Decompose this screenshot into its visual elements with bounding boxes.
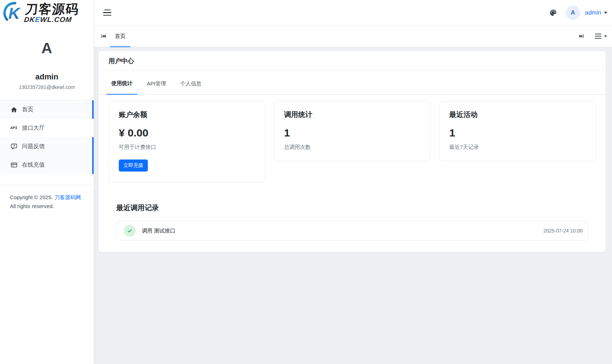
menu-lines-icon [595, 34, 601, 39]
api-icon: API [10, 124, 18, 132]
call-stats-card: 调用统计 1 总调用次数 [274, 101, 430, 161]
records-list: 调用 测试接口 2025-07-24 10:00 [116, 221, 588, 241]
user-menu[interactable]: admin [585, 9, 607, 16]
tab-personal-info[interactable]: 个人信息 [175, 73, 206, 94]
tabs-scroll-end-icon[interactable] [579, 33, 584, 39]
copyright-text: Copyright © 2025. [10, 194, 53, 200]
tabs-scroll-start-icon[interactable] [101, 33, 106, 39]
sidebar-profile: A admin 1302357281@dkewl.com [0, 40, 94, 90]
home-icon [10, 106, 18, 113]
copyright-brand-link[interactable]: 刀客源码网 [54, 194, 81, 200]
total-calls-value: 1 [284, 127, 420, 139]
sidebar-menu: 首页 API 接口大厅 ? 问题反馈 [0, 100, 94, 174]
brand-mark-icon: K [2, 1, 24, 24]
stats-row: 账户余额 ¥ 0.00 可用于计费接口 立即充值 调用统计 1 总调用次数 最近… [109, 101, 596, 183]
sidebar-item-recharge[interactable]: 在线充值 [0, 156, 94, 174]
chevron-down-icon [604, 12, 607, 14]
success-check-icon [124, 225, 136, 237]
stat-title: 最近活动 [449, 110, 585, 119]
sidebar-item-label: 首页 [22, 106, 33, 113]
user-menu-label: admin [585, 9, 601, 16]
stat-title: 账户余额 [119, 110, 255, 119]
sidebar-avatar: A [0, 40, 94, 57]
records-title: 最近调用记录 [116, 203, 588, 212]
theme-palette-icon[interactable] [549, 9, 557, 17]
sidebar-email: 1302357281@dkewl.com [0, 84, 94, 90]
recent-activity-card: 最近活动 1 最近7天记录 [439, 101, 596, 161]
balance-card: 账户余额 ¥ 0.00 可用于计费接口 立即充值 [109, 101, 265, 183]
record-row: 调用 测试接口 2025-07-24 10:00 [117, 221, 588, 240]
recharge-now-button[interactable]: 立即充值 [119, 159, 148, 172]
stat-desc: 可用于计费接口 [119, 144, 255, 150]
sidebar-item-home[interactable]: 首页 [0, 100, 94, 119]
brand-name-en: DKEWL.COM [24, 16, 72, 23]
sidebar-item-label: 接口大厅 [22, 124, 45, 132]
copyright-sub: All rights reserved. [10, 202, 88, 211]
sidebar-toggle-button[interactable] [102, 8, 113, 17]
record-text: 调用 测试接口 [142, 228, 175, 234]
user-center-tabs: 使用统计 API管理 个人信息 [99, 71, 606, 95]
sidebar-username: admin [0, 72, 94, 82]
stat-desc: 最近7天记录 [449, 144, 585, 150]
page-tabbar: 首页 [94, 26, 612, 47]
svg-text:?: ? [13, 144, 15, 147]
stat-desc: 总调用次数 [284, 144, 420, 150]
user-avatar[interactable]: A [566, 6, 580, 20]
brand-name-cn: 刀客源码 [24, 2, 80, 16]
tab-api-management[interactable]: API管理 [142, 73, 171, 94]
sidebar-copyright: Copyright © 2025. 刀客源码网 All rights reser… [10, 193, 88, 211]
page-title: 用户中心 [99, 51, 606, 71]
content-area: 用户中心 使用统计 API管理 个人信息 账户余额 ¥ 0.00 可用于计费接口… [94, 47, 612, 364]
record-timestamp: 2025-07-24 10:00 [543, 228, 583, 234]
user-center-card: 用户中心 使用统计 API管理 个人信息 账户余额 ¥ 0.00 可用于计费接口… [98, 51, 606, 252]
sidebar: K 刀客源码 DKEWL.COM A admin 1302357281@dkew… [0, 0, 94, 364]
stat-title: 调用统计 [284, 110, 420, 119]
top-navbar: A admin [94, 0, 612, 26]
credit-card-icon [10, 161, 18, 169]
sidebar-item-api-hall[interactable]: API 接口大厅 [0, 119, 94, 137]
tabs-options-menu[interactable] [595, 34, 607, 39]
feedback-icon: ? [10, 142, 18, 150]
svg-text:K: K [8, 5, 21, 22]
tab-home[interactable]: 首页 [110, 26, 130, 47]
recent-activity-value: 1 [449, 127, 585, 139]
sidebar-item-label: 在线充值 [22, 161, 45, 169]
sidebar-item-label: 问题反馈 [22, 143, 45, 150]
tab-usage-stats[interactable]: 使用统计 [106, 72, 138, 95]
sidebar-divider [0, 185, 94, 185]
recent-records-section: 最近调用记录 调用 测试接口 2025-07-24 10:00 [109, 203, 596, 241]
chevron-down-icon [604, 35, 607, 37]
balance-value: ¥ 0.00 [119, 127, 255, 139]
sidebar-item-feedback[interactable]: ? 问题反馈 [0, 137, 94, 156]
brand-logo[interactable]: K 刀客源码 DKEWL.COM [0, 0, 94, 26]
